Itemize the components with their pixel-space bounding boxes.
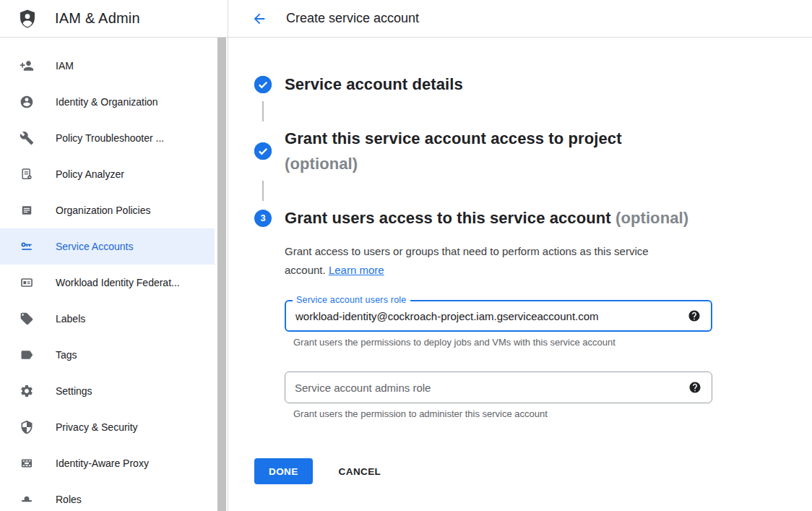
admins-role-help-button[interactable]	[688, 380, 702, 395]
sidebar-item-settings[interactable]: Settings	[0, 373, 215, 409]
cancel-button[interactable]: CANCEL	[339, 466, 381, 477]
tag-arrow-icon	[20, 348, 34, 362]
arrow-back-icon	[251, 11, 267, 27]
sidebar-item-policy-troubleshooter[interactable]: Policy Troubleshooter ...	[0, 120, 215, 156]
help-icon	[688, 309, 701, 322]
service-account-admins-role-field	[285, 372, 712, 403]
iam-admin-shield-logo-icon	[16, 7, 39, 30]
sidebar-item-roles[interactable]: Roles	[0, 481, 215, 511]
sidebar-item-identity-organization[interactable]: Identity & Organization	[0, 84, 215, 120]
users-role-helper-text: Grant users the permissions to deploy jo…	[293, 337, 812, 348]
done-button[interactable]: DONE	[254, 458, 313, 484]
sidebar-item-organization-policies[interactable]: Organization Policies	[0, 192, 215, 228]
step-2-title: Grant this service account access to pro…	[285, 126, 622, 176]
admins-role-helper-text: Grant users the permission to administer…	[293, 408, 812, 419]
step-2-optional-label: (optional)	[285, 151, 622, 176]
step-connector	[262, 101, 264, 121]
hat-icon	[20, 492, 34, 507]
step-3-optional-label: (optional)	[616, 209, 688, 227]
admins-role-input[interactable]	[285, 382, 688, 394]
learn-more-link[interactable]: Learn more	[329, 264, 384, 276]
sidebar-item-policy-analyzer[interactable]: Policy Analyzer	[0, 156, 215, 192]
wrench-icon	[20, 131, 34, 145]
app-title: IAM & Admin	[55, 10, 140, 27]
wizard-step-2: Grant this service account access to pro…	[254, 126, 812, 176]
wizard-step-3: 3 Grant users access to this service acc…	[254, 205, 812, 231]
gear-icon	[20, 384, 34, 398]
sidebar-item-privacy-security[interactable]: Privacy & Security	[0, 409, 215, 445]
label-tag-icon	[20, 312, 34, 326]
step-3-number-badge: 3	[254, 210, 272, 227]
service-account-users-role-field: Service account users role	[285, 300, 712, 332]
step-1-title: Service account details	[285, 72, 463, 97]
step-3-title: Grant users access to this service accou…	[285, 205, 688, 231]
step-connector	[262, 181, 264, 201]
sidebar-item-iam[interactable]: IAM	[0, 48, 215, 84]
app-header: IAM & Admin	[0, 0, 228, 37]
iam-admin-sidebar: IAM Identity & Organization Policy Troub…	[0, 38, 228, 511]
workload-identity-card-icon	[20, 275, 34, 290]
identity-person-icon	[20, 95, 34, 109]
wizard-step-1: Service account details	[254, 72, 812, 97]
security-shield-icon	[20, 420, 34, 434]
help-icon	[688, 381, 701, 394]
step-3-description: Grant access to users or groups that nee…	[285, 242, 689, 280]
service-accounts-key-icon	[20, 239, 34, 254]
sidebar-item-labels[interactable]: Labels	[0, 301, 215, 337]
top-app-bar: IAM & Admin Create service account	[0, 0, 812, 38]
person-add-icon	[20, 59, 34, 73]
back-button[interactable]	[247, 7, 272, 31]
users-role-input[interactable]	[286, 310, 687, 322]
sidebar-scrollbar[interactable]	[217, 38, 226, 511]
page-title: Create service account	[286, 11, 419, 26]
users-role-field-label: Service account users role	[293, 295, 410, 305]
step-2-check-icon	[254, 142, 272, 160]
sidebar-item-tags[interactable]: Tags	[0, 337, 215, 373]
users-role-help-button[interactable]	[687, 309, 701, 323]
sidebar-item-service-accounts[interactable]: Service Accounts	[0, 228, 215, 265]
policy-analyzer-icon	[20, 167, 34, 181]
sidebar-item-workload-identity-federation[interactable]: Workload Identity Federat...	[0, 265, 215, 301]
sidebar-item-identity-aware-proxy[interactable]: Identity-Aware Proxy	[0, 445, 215, 481]
org-policies-icon	[20, 203, 34, 218]
proxy-icon	[20, 456, 34, 471]
step-1-check-icon	[254, 76, 272, 93]
page-header: Create service account	[228, 0, 812, 37]
create-service-account-panel: Service account details Grant this servi…	[228, 38, 812, 511]
